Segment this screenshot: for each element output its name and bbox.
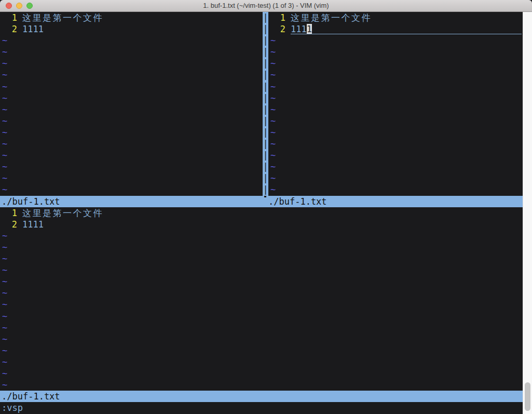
tilde-marker: ~	[0, 81, 263, 92]
traffic-lights	[6, 3, 33, 9]
fullscreen-button[interactable]	[26, 3, 33, 9]
empty-buffer-lines: ~~~~~~~~~~~~~~	[0, 35, 263, 195]
tilde-marker: ~	[0, 127, 263, 138]
tilde-marker: ~	[0, 368, 523, 379]
line-text: 这里是第一个文件	[22, 12, 103, 23]
tilde-marker: ~	[268, 81, 523, 92]
tilde-marker: ~	[0, 161, 263, 172]
line-text: 这里是第一个文件	[22, 208, 103, 218]
line-number: 2	[0, 219, 17, 230]
separator-glyph: |	[263, 161, 268, 172]
vim-window-top-right-active[interactable]: 1这里是第一个文件 21111 ~~~~~~~~~~~~~~	[268, 12, 523, 196]
line-text: 1111	[22, 219, 44, 230]
tilde-marker: ~	[0, 311, 523, 322]
tilde-marker: ~	[268, 115, 523, 127]
separator-glyph: |	[263, 138, 268, 150]
line-text: 1111	[22, 24, 44, 34]
separator-glyph: |	[263, 184, 268, 195]
buffer-line: 1这里是第一个文件	[0, 207, 523, 219]
buffer-line-with-cursor: 21111	[268, 23, 523, 35]
separator-glyph: |	[263, 69, 268, 81]
tilde-marker: ~	[0, 184, 263, 195]
scrollbar-thumb[interactable]	[525, 382, 530, 411]
separator-glyph: |	[263, 35, 268, 46]
line-number: 2	[0, 23, 17, 35]
separator-glyph: |	[263, 150, 268, 161]
line-text: 111	[291, 24, 307, 34]
scrollbar-track[interactable]	[523, 12, 532, 414]
tilde-marker: ~	[268, 69, 523, 81]
line-number: 1	[0, 207, 17, 219]
separator-glyph: |	[263, 104, 268, 115]
separator-glyph: |	[263, 115, 268, 127]
top-splits: 1这里是第一个文件 21111 ~~~~~~~~~~~~~~ |||||||||…	[0, 12, 523, 196]
tilde-marker: ~	[268, 138, 523, 150]
tilde-marker: ~	[0, 230, 523, 242]
titlebar: 1. buf-1.txt (~/vim-test) (1 of 3) - VIM…	[0, 0, 532, 12]
buffer-line: 21111	[0, 219, 523, 230]
tilde-marker: ~	[268, 161, 523, 172]
separator-glyph: |	[263, 92, 268, 104]
line-number: 2	[268, 23, 285, 35]
separator-glyph: |	[263, 12, 268, 23]
tilde-marker: ~	[0, 356, 523, 368]
cursorline-underline	[291, 34, 522, 34]
window-title: 1. buf-1.txt (~/vim-test) (1 of 3) - VIM…	[0, 0, 532, 11]
buffer-line: 21111	[0, 23, 263, 35]
line-number: 1	[268, 12, 285, 23]
buffer-line: 1这里是第一个文件	[268, 12, 523, 23]
tilde-marker: ~	[0, 264, 523, 276]
separator-glyph: |	[263, 46, 268, 58]
minimize-button[interactable]	[16, 3, 22, 9]
separator-glyph: |	[263, 127, 268, 138]
statusline-filename: ./buf-1.txt	[2, 391, 60, 402]
tilde-marker: ~	[268, 104, 523, 115]
separator-end-notch	[264, 196, 266, 197]
tilde-marker: ~	[268, 58, 523, 69]
tilde-marker: ~	[0, 35, 263, 46]
statusline-bottom: ./buf-1.txt	[0, 391, 523, 402]
vim-block-cursor: 1	[307, 24, 312, 34]
line-text: 这里是第一个文件	[291, 12, 372, 23]
line-number: 1	[0, 12, 17, 23]
tilde-marker: ~	[268, 92, 523, 104]
tilde-marker: ~	[268, 150, 523, 161]
tilde-marker: ~	[0, 333, 523, 345]
tilde-marker: ~	[0, 92, 263, 104]
tilde-marker: ~	[0, 69, 263, 81]
vim-window-bottom[interactable]: 1这里是第一个文件 21111 ~~~~~~~~~~~~~~	[0, 207, 523, 391]
statusline-filename-left: ./buf-1.txt	[2, 196, 60, 207]
empty-buffer-lines: ~~~~~~~~~~~~~~	[268, 35, 523, 195]
command-line[interactable]: :vsp	[0, 402, 523, 413]
separator-glyph: |	[263, 172, 268, 184]
separator-glyph: |	[263, 23, 268, 35]
tilde-marker: ~	[0, 299, 523, 310]
separator-glyph: |	[263, 81, 268, 92]
tilde-marker: ~	[0, 172, 263, 184]
tilde-marker: ~	[0, 379, 523, 391]
vim-window-top-left[interactable]: 1这里是第一个文件 21111 ~~~~~~~~~~~~~~	[0, 12, 263, 196]
separator-glyph: |	[263, 58, 268, 69]
close-button[interactable]	[6, 3, 12, 9]
statusline-top: ./buf-1.txt ./buf-1.txt	[0, 196, 523, 207]
tilde-marker: ~	[268, 184, 523, 195]
vertical-split-separator[interactable]: ||||||||||||||||	[263, 12, 268, 196]
tilde-marker: ~	[268, 172, 523, 184]
tilde-marker: ~	[0, 287, 523, 299]
tilde-marker: ~	[0, 58, 263, 69]
empty-buffer-lines: ~~~~~~~~~~~~~~	[0, 230, 523, 391]
buffer-line: 1这里是第一个文件	[0, 12, 263, 23]
tilde-marker: ~	[0, 322, 523, 333]
tilde-marker: ~	[268, 35, 523, 46]
statusline-filename-right: ./buf-1.txt	[268, 196, 327, 207]
tilde-marker: ~	[0, 242, 523, 253]
vim-screen[interactable]: 1这里是第一个文件 21111 ~~~~~~~~~~~~~~ |||||||||…	[0, 12, 523, 414]
tilde-marker: ~	[0, 276, 523, 287]
tilde-marker: ~	[0, 115, 263, 127]
tilde-marker: ~	[0, 253, 523, 264]
tilde-marker: ~	[268, 127, 523, 138]
screen: { "window": { "title": "1. buf-1.txt (~/…	[0, 0, 532, 414]
tilde-marker: ~	[0, 46, 263, 58]
tilde-marker: ~	[268, 46, 523, 58]
tilde-marker: ~	[0, 104, 263, 115]
